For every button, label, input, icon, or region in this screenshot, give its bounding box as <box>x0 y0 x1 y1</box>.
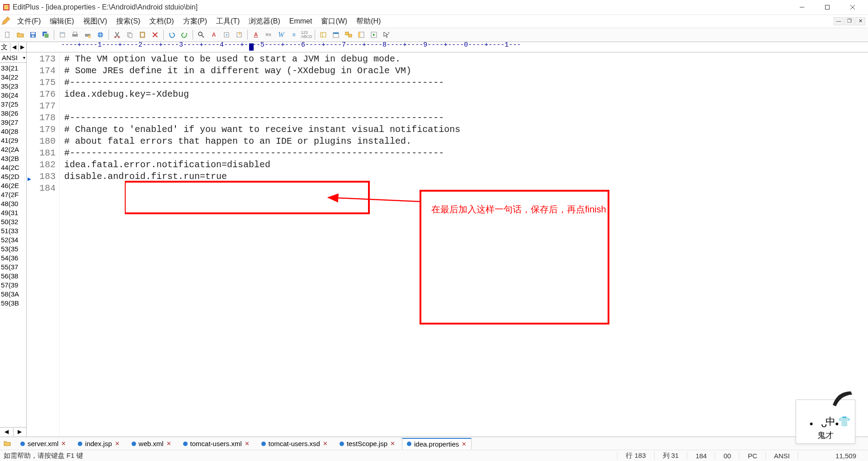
code-editor[interactable]: 173 174 175 176 177 178 179 180 181 182 … <box>27 52 868 437</box>
bookmark-icon[interactable] <box>233 29 245 41</box>
window-list-icon[interactable] <box>343 29 354 41</box>
new-icon[interactable] <box>2 29 14 41</box>
paste-icon[interactable] <box>137 29 148 41</box>
mdi-restore[interactable]: ❐ <box>844 17 854 25</box>
save-icon[interactable] <box>27 29 39 41</box>
encoding-dropdown[interactable]: ANSI ▾ <box>0 52 26 63</box>
goto-icon[interactable] <box>221 29 232 41</box>
side-list-item[interactable]: 42(2A <box>0 145 26 154</box>
menu-file[interactable]: 文件(F) <box>13 16 45 27</box>
maximize-button[interactable] <box>815 0 840 14</box>
side-list-item[interactable]: 55(37 <box>0 263 26 272</box>
undo-icon[interactable] <box>166 29 178 41</box>
menu-tools[interactable]: 工具(T) <box>212 16 244 27</box>
file-tab[interactable]: web.xml✕ <box>127 438 176 449</box>
menu-search[interactable]: 搜索(S) <box>112 16 145 27</box>
file-tab-close-icon[interactable]: ✕ <box>61 440 66 447</box>
open-icon[interactable] <box>14 29 26 41</box>
side-list-item[interactable]: 37(25 <box>0 100 26 109</box>
file-tab-close-icon[interactable]: ✕ <box>390 440 395 447</box>
print-preview-icon[interactable] <box>57 29 68 41</box>
side-list-item[interactable]: 40(28 <box>0 127 26 136</box>
side-list-item[interactable]: 54(36 <box>0 254 26 263</box>
side-nav-right-icon[interactable]: ▶ <box>19 42 26 52</box>
mdi-window-buttons: — ❐ ✕ <box>834 17 867 25</box>
file-tab[interactable]: testScope.jsp✕ <box>335 438 400 449</box>
redo-icon[interactable] <box>179 29 190 41</box>
side-list-item[interactable]: 35(23 <box>0 82 26 91</box>
side-list-item[interactable]: 50(32 <box>0 217 26 226</box>
side-list-item[interactable]: 34(22 <box>0 73 26 82</box>
menu-document[interactable]: 文档(D) <box>145 16 178 27</box>
menu-view[interactable]: 视图(V) <box>79 16 112 27</box>
menu-edit[interactable]: 编辑(E) <box>45 16 78 27</box>
file-tab-close-icon[interactable]: ✕ <box>245 440 250 447</box>
side-list-item[interactable]: 48(30 <box>0 199 26 208</box>
file-tab[interactable]: server.xml✕ <box>15 438 71 449</box>
delete-icon[interactable] <box>149 29 161 41</box>
file-tab-close-icon[interactable]: ✕ <box>166 440 171 447</box>
side-list-item[interactable]: 57(39 <box>0 281 26 290</box>
side-list-item[interactable]: 53(35 <box>0 245 26 254</box>
file-tab[interactable]: index.jsp✕ <box>73 438 124 449</box>
side-list-item[interactable]: 59(3B <box>0 299 26 308</box>
menu-help[interactable]: 帮助(H) <box>352 16 385 27</box>
ruler-icon[interactable]: 123ABCD <box>301 29 312 41</box>
side-scroll-right-icon[interactable]: ▶ <box>14 428 27 437</box>
mdi-close[interactable]: ✕ <box>855 17 865 25</box>
help-cursor-icon[interactable]: ? <box>381 29 392 41</box>
file-tab-close-icon[interactable]: ✕ <box>115 440 120 447</box>
menu-window[interactable]: 窗口(W) <box>316 16 352 27</box>
menu-browser[interactable]: 浏览器(B) <box>244 16 284 27</box>
cut-icon[interactable] <box>111 29 123 41</box>
hex-icon[interactable]: Hx <box>263 29 274 41</box>
side-nav-left-icon[interactable]: ◀ <box>10 42 19 52</box>
menu-project[interactable]: 方案(P) <box>179 16 212 27</box>
file-tab[interactable]: idea.properties✕ <box>402 438 472 449</box>
side-list-item[interactable]: 47(2F <box>0 190 26 199</box>
file-tab[interactable]: tomcat-users.xsd✕ <box>256 438 333 449</box>
side-list-item[interactable]: 56(38 <box>0 272 26 281</box>
save-all-icon[interactable] <box>40 29 52 41</box>
minimize-button[interactable] <box>789 0 815 14</box>
font-color-icon[interactable]: A <box>250 29 262 41</box>
file-tab-close-icon[interactable]: ✕ <box>323 440 328 447</box>
calendar-icon[interactable] <box>330 29 342 41</box>
side-list-item[interactable]: 45(2D <box>0 172 26 181</box>
copy-icon[interactable] <box>124 29 136 41</box>
side-list-item[interactable]: 44(2C <box>0 163 26 172</box>
side-tab-dir[interactable]: 文 <box>0 43 10 52</box>
close-button[interactable] <box>840 0 865 14</box>
toggle-panel-icon[interactable] <box>355 29 367 41</box>
file-tab-close-icon[interactable]: ✕ <box>462 441 467 447</box>
file-tab[interactable]: tomcat-users.xml✕ <box>178 438 255 449</box>
print-icon[interactable] <box>69 29 81 41</box>
browser-preview-icon[interactable] <box>94 29 106 41</box>
run-icon[interactable] <box>368 29 380 41</box>
side-list-item[interactable]: 46(2E <box>0 181 26 190</box>
side-char-list[interactable]: 33(2134(2235(2336(2437(2538(2639(2740(28… <box>0 63 26 427</box>
side-scroll-left-icon[interactable]: ◀ <box>0 428 14 437</box>
side-list-item[interactable]: 49(31 <box>0 208 26 217</box>
side-list-item[interactable]: 43(2B <box>0 154 26 163</box>
find-replace-icon[interactable]: A <box>208 29 220 41</box>
side-list-item[interactable]: 36(24 <box>0 91 26 100</box>
side-list-item[interactable]: 52(34 <box>0 235 26 245</box>
print-settings-icon[interactable] <box>82 29 94 41</box>
folder-icon[interactable] <box>4 440 11 447</box>
mdi-minimize[interactable]: — <box>834 17 844 25</box>
menu-emmet[interactable]: Emmet <box>285 16 317 26</box>
side-list-item[interactable]: 33(21 <box>0 64 26 73</box>
side-list-item[interactable]: 51(33 <box>0 226 26 235</box>
side-list-item[interactable]: 58(3A <box>0 290 26 299</box>
side-list-item[interactable]: 39(27 <box>0 118 26 127</box>
toolbar-sep <box>247 30 248 40</box>
find-icon[interactable] <box>195 29 207 41</box>
file-tab-dot-icon <box>20 442 25 446</box>
col-select-icon[interactable] <box>317 29 329 41</box>
code-area[interactable]: # The VM option value to be used to star… <box>60 52 868 437</box>
word-wrap-icon[interactable]: W <box>275 29 287 41</box>
side-list-item[interactable]: 38(26 <box>0 109 26 118</box>
side-list-item[interactable]: 41(29 <box>0 136 26 145</box>
line-num-icon[interactable]: ≡ <box>288 29 300 41</box>
